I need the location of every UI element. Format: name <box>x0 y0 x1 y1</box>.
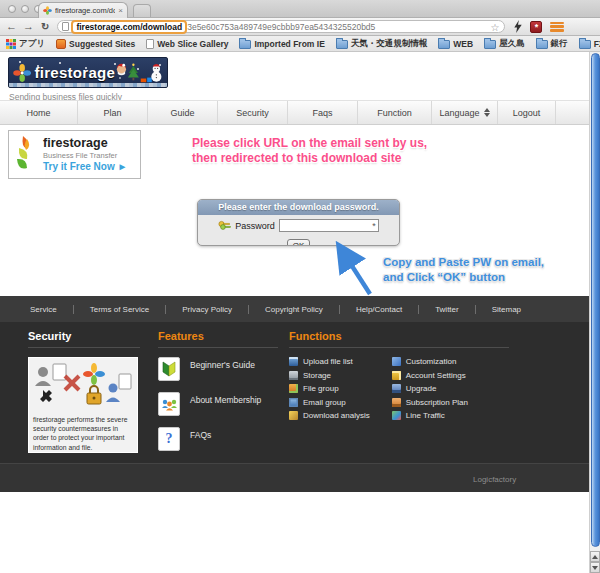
bookmark-suggested-sites[interactable]: Suggested Sites <box>56 39 135 49</box>
functions-heading: Functions <box>289 330 509 342</box>
function-line-traffic[interactable]: Line Traffic <box>392 411 468 420</box>
beginner-mark-icon <box>158 357 180 381</box>
minimize-window-button[interactable] <box>21 5 29 13</box>
folder-icon <box>239 40 251 49</box>
scroll-up-button[interactable] <box>590 551 600 562</box>
password-panel: Please enter the download password. Pass… <box>197 199 400 246</box>
nav-language-select[interactable]: Language <box>432 101 498 124</box>
security-illustration <box>31 360 135 410</box>
password-input[interactable] <box>282 221 372 231</box>
footer-link-terms[interactable]: Terms of Service <box>74 305 167 314</box>
nav-logout[interactable]: Logout <box>498 101 556 124</box>
page-icon <box>146 39 154 49</box>
function-upload-file-list[interactable]: Upload file list <box>289 357 370 366</box>
nav-faqs[interactable]: Faqs <box>288 101 358 124</box>
email-group-icon <box>289 398 298 407</box>
folder-icon <box>536 40 548 49</box>
subscription-plan-icon <box>392 398 401 407</box>
function-download-analysis[interactable]: Download analysis <box>289 411 370 420</box>
functions-col2: Customization Account Settings Upgrade S… <box>392 357 468 420</box>
customization-icon <box>392 357 401 366</box>
url-bar[interactable]: firestorage.com/download3e5e60c753a48974… <box>57 20 505 33</box>
site-logo-banner[interactable]: firestorage <box>8 57 168 88</box>
footer-link-copyright[interactable]: Copyright Policy <box>249 305 340 314</box>
close-window-button[interactable] <box>8 5 16 13</box>
scrollbar-thumb[interactable] <box>591 53 600 547</box>
feature-beginners-guide[interactable]: Beginner's Guide <box>158 357 278 381</box>
back-button[interactable]: ← <box>6 21 17 32</box>
question-mark-icon: ? <box>158 427 180 451</box>
feature-faqs[interactable]: ? FAQs <box>158 427 278 451</box>
nav-security[interactable]: Security <box>218 101 288 124</box>
function-upgrade[interactable]: Upgrade <box>392 384 468 393</box>
new-tab-button[interactable] <box>133 4 151 17</box>
footer-link-sitemap[interactable]: Sitemap <box>476 305 537 314</box>
christmas-decorations <box>115 61 163 85</box>
features-heading: Features <box>158 330 278 342</box>
ad-cta-link[interactable]: Try it Free Now ► <box>43 161 127 174</box>
bookmark-folder-fx[interactable]: FX <box>579 38 600 49</box>
function-customization[interactable]: Customization <box>392 357 468 366</box>
firestorage-pinwheel-icon <box>13 63 31 83</box>
bookmark-folder-yakushima[interactable]: 屋久島 <box>484 38 525 50</box>
membership-people-icon <box>158 392 180 416</box>
window-controls[interactable] <box>8 5 42 13</box>
folder-icon <box>336 40 348 49</box>
apps-grid-icon <box>6 39 16 49</box>
bookmark-folder-bank[interactable]: 銀行 <box>536 38 568 50</box>
bookmark-apps[interactable]: アプリ <box>6 38 45 50</box>
nav-plan[interactable]: Plan <box>78 101 148 124</box>
reload-button[interactable]: ↻ <box>41 21 49 32</box>
ad-subtitle: Business File Transfer <box>43 151 127 160</box>
bookmark-web-slice-gallery[interactable]: Web Slice Gallery <box>146 39 228 49</box>
password-field-wrap: * <box>279 219 379 232</box>
chrome-menu-icon[interactable] <box>550 22 564 32</box>
banner-ground-decoration <box>9 83 167 87</box>
feature-about-membership[interactable]: About Membership <box>158 392 278 416</box>
browser-tab[interactable]: firestorage.com/download × <box>38 2 128 18</box>
forward-button[interactable]: → <box>23 21 34 32</box>
ad-leaf-logo-icon <box>13 135 39 175</box>
function-email-group[interactable]: Email group <box>289 398 370 407</box>
function-subscription-plan[interactable]: Subscription Plan <box>392 398 468 407</box>
red-extension-icon[interactable]: * <box>530 21 542 33</box>
bookmark-folder-web[interactable]: WEB <box>438 38 473 49</box>
required-mark: * <box>372 221 376 231</box>
functions-col1: Upload file list Storage File group Emai… <box>289 357 370 420</box>
account-settings-icon <box>392 371 401 380</box>
footer-bottom-strip: Logicfactory <box>0 463 589 492</box>
bookmark-star-icon[interactable]: ☆ <box>490 21 499 34</box>
blue-annotation: Copy and Paste PW on email, and Click “O… <box>383 255 544 284</box>
footer-link-service[interactable]: Service <box>30 305 74 314</box>
bookmark-folder-weather[interactable]: 天気・交通規制情報 <box>336 38 428 50</box>
ok-button[interactable]: OK <box>287 239 311 246</box>
lightning-extension-icon[interactable] <box>513 20 523 33</box>
function-storage[interactable]: Storage <box>289 371 370 380</box>
nav-guide[interactable]: Guide <box>148 101 218 124</box>
footer-link-privacy[interactable]: Privacy Policy <box>166 305 249 314</box>
folder-icon <box>579 40 591 49</box>
function-account-settings[interactable]: Account Settings <box>392 371 468 380</box>
ad-banner[interactable]: firestorage Business File Transfer Try i… <box>8 130 141 179</box>
bookmark-folder-imported[interactable]: Imported From IE <box>239 38 324 49</box>
divider <box>289 347 509 348</box>
url-rest: 3e5e60c753a489749e9cbbb97ea5434325520bd5 <box>187 22 375 32</box>
nav-function[interactable]: Function <box>358 101 432 124</box>
footer-link-help[interactable]: Help/Contact <box>340 305 419 314</box>
url-highlight: firestorage.com/download <box>71 20 187 34</box>
footer-link-twitter[interactable]: Twitter <box>419 305 476 314</box>
upload-list-icon <box>289 357 298 366</box>
footer-security-column: Security firestorage performs the severe… <box>28 330 140 453</box>
nav-home[interactable]: Home <box>0 101 78 124</box>
browser-window: firestorage.com/download × ← → ↻ firesto… <box>0 0 600 573</box>
scroll-down-button[interactable] <box>590 562 600 573</box>
upgrade-icon <box>392 384 401 393</box>
tab-close-icon[interactable]: × <box>118 7 123 15</box>
footer-functions-column: Functions Upload file list Storage File … <box>289 330 509 420</box>
tab-title: firestorage.com/download <box>55 6 115 15</box>
select-arrows-icon <box>484 108 490 117</box>
footer-link-bar: Service Terms of Service Privacy Policy … <box>0 296 589 322</box>
page-scrollbar[interactable] <box>589 52 600 573</box>
function-file-group[interactable]: File group <box>289 384 370 393</box>
blue-arrow-annotation <box>330 240 378 298</box>
